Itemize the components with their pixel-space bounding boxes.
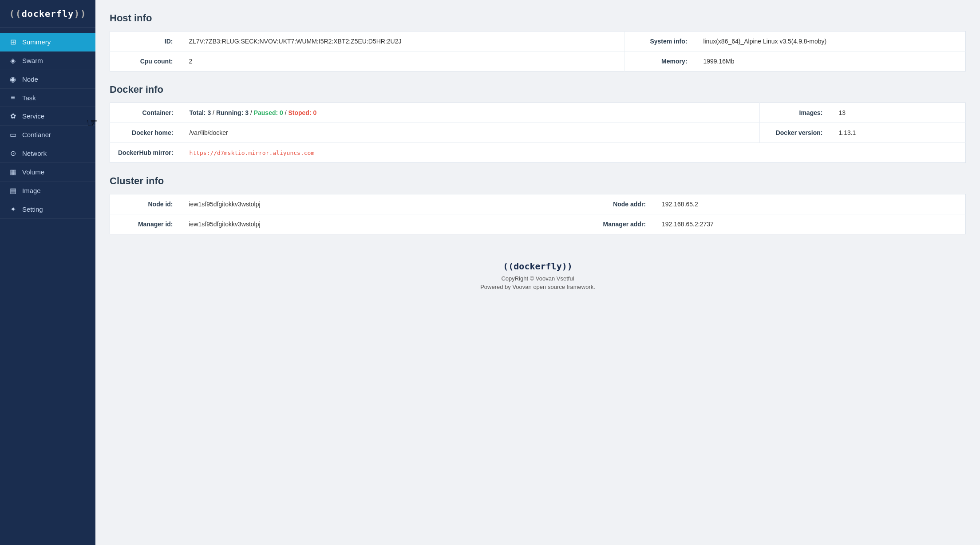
- volume-icon: ▦: [8, 168, 18, 176]
- manager-id-value: iew1sf95dfgitokkv3wstolpj: [181, 214, 583, 234]
- container-paused: Paused: 0: [254, 109, 283, 116]
- sidebar-item-node[interactable]: ◉ Node: [0, 70, 95, 89]
- table-row: Node id: iew1sf95dfgitokkv3wstolpj Node …: [110, 194, 966, 214]
- footer-powered: Powered by Voovan open source framework.: [110, 284, 966, 290]
- node-addr-value: 192.168.65.2: [654, 194, 965, 214]
- main-content: Host info ID: ZL7V:7ZB3:RLUG:SECK:NVOV:U…: [95, 0, 980, 545]
- container-running: Running: 3: [216, 109, 249, 116]
- memory-value: 1999.16Mb: [695, 51, 965, 71]
- sidebar-item-setting[interactable]: ✦ Setting: [0, 200, 95, 219]
- task-icon: ≡: [8, 94, 18, 102]
- summery-icon: ⊞: [8, 38, 18, 46]
- sidebar-item-summery[interactable]: ⊞ Summery: [0, 33, 95, 51]
- docker-version-value: 1.13.1: [830, 123, 965, 143]
- docker-info-title: Docker info: [110, 84, 966, 95]
- swarm-icon: ◈: [8, 56, 18, 65]
- dockerhub-mirror-link[interactable]: https://d7msktio.mirror.aliyuncs.com: [189, 150, 314, 156]
- sidebar-item-label-volume: Volume: [22, 168, 44, 176]
- logo-area: ((dockerfly)): [0, 0, 95, 28]
- footer-copyright: CopyRight © Voovan Vsetful: [110, 275, 966, 282]
- node-icon: ◉: [8, 75, 18, 83]
- node-id-value: iew1sf95dfgitokkv3wstolpj: [181, 194, 583, 214]
- cluster-info-table: Node id: iew1sf95dfgitokkv3wstolpj Node …: [110, 194, 966, 234]
- docker-home-value: /var/lib/docker: [181, 123, 759, 143]
- dockerhub-mirror-value: https://d7msktio.mirror.aliyuncs.com: [181, 143, 965, 163]
- sidebar-item-label-service: Service: [22, 112, 44, 120]
- sidebar-item-label-node: Node: [22, 75, 38, 83]
- footer-logo: ((dockerfly)): [110, 261, 966, 272]
- sidebar-item-label-network: Network: [22, 150, 47, 157]
- sidebar-item-task[interactable]: ≡ Task: [0, 89, 95, 107]
- table-row: ID: ZL7V:7ZB3:RLUG:SECK:NVOV:UKT7:WUMM:I…: [110, 32, 966, 51]
- footer: ((dockerfly)) CopyRight © Voovan Vsetful…: [110, 247, 966, 299]
- sidebar-item-label-setting: Setting: [22, 205, 43, 213]
- dockerhub-mirror-label: DockerHub mirror:: [110, 143, 182, 163]
- table-row: Container: Total: 3 / Running: 3 / Pause…: [110, 103, 966, 123]
- table-row: Manager id: iew1sf95dfgitokkv3wstolpj Ma…: [110, 214, 966, 234]
- manager-addr-label: Manager addr:: [583, 214, 654, 234]
- container-total: Total: 3: [189, 109, 211, 116]
- cluster-info-title: Cluster info: [110, 175, 966, 187]
- memory-label: Memory:: [624, 51, 695, 71]
- node-addr-label: Node addr:: [583, 194, 654, 214]
- sidebar-item-label-task: Task: [22, 94, 36, 102]
- sidebar-nav: ⊞ Summery ◈ Swarm ◉ Node ≡ Task ✿ Servic…: [0, 28, 95, 545]
- system-info-value: linux(x86_64)_Alpine Linux v3.5(4.9.8-mo…: [695, 32, 965, 51]
- cpu-count-label: Cpu count:: [110, 51, 181, 71]
- service-icon: ✿: [8, 112, 18, 120]
- container-status: Total: 3 / Running: 3 / Paused: 0 / Stop…: [181, 103, 759, 123]
- container-label: Container:: [110, 103, 182, 123]
- host-info-title: Host info: [110, 12, 966, 24]
- sidebar-item-container[interactable]: ▭ Contianer: [0, 126, 95, 144]
- container-icon: ▭: [8, 130, 18, 139]
- sidebar-item-label-swarm: Swarm: [22, 57, 43, 64]
- docker-version-label: Docker version:: [759, 123, 830, 143]
- docker-info-table: Container: Total: 3 / Running: 3 / Pause…: [110, 103, 966, 163]
- sidebar-item-network[interactable]: ⊙ Network: [0, 144, 95, 163]
- host-info-table: ID: ZL7V:7ZB3:RLUG:SECK:NVOV:UKT7:WUMM:I…: [110, 31, 966, 71]
- id-label: ID:: [110, 32, 181, 51]
- node-id-label: Node id:: [110, 194, 181, 214]
- manager-id-label: Manager id:: [110, 214, 181, 234]
- container-stopped: Stoped: 0: [288, 109, 316, 116]
- sidebar-item-label-container: Contianer: [22, 131, 51, 138]
- sidebar-item-swarm[interactable]: ◈ Swarm: [0, 51, 95, 70]
- sidebar-item-label-image: Image: [22, 187, 41, 194]
- network-icon: ⊙: [8, 149, 18, 158]
- id-value: ZL7V:7ZB3:RLUG:SECK:NVOV:UKT7:WUMM:I5R2:…: [181, 32, 624, 51]
- sidebar-item-volume[interactable]: ▦ Volume: [0, 163, 95, 182]
- sidebar-item-label-summery: Summery: [22, 38, 51, 46]
- sidebar-item-service[interactable]: ✿ Service: [0, 107, 95, 126]
- images-value: 13: [830, 103, 965, 123]
- sidebar-item-image[interactable]: ▤ Image: [0, 182, 95, 200]
- image-icon: ▤: [8, 186, 18, 195]
- table-row: Cpu count: 2 Memory: 1999.16Mb: [110, 51, 966, 71]
- sidebar: ((dockerfly)) ⊞ Summery ◈ Swarm ◉ Node ≡…: [0, 0, 95, 545]
- table-row: DockerHub mirror: https://d7msktio.mirro…: [110, 143, 966, 163]
- docker-home-label: Docker home:: [110, 123, 182, 143]
- manager-addr-value: 192.168.65.2:2737: [654, 214, 965, 234]
- table-row: Docker home: /var/lib/docker Docker vers…: [110, 123, 966, 143]
- images-label: Images:: [759, 103, 830, 123]
- app-logo: ((dockerfly)): [9, 8, 86, 19]
- setting-icon: ✦: [8, 205, 18, 213]
- system-info-label: System info:: [624, 32, 695, 51]
- cpu-count-value: 2: [181, 51, 624, 71]
